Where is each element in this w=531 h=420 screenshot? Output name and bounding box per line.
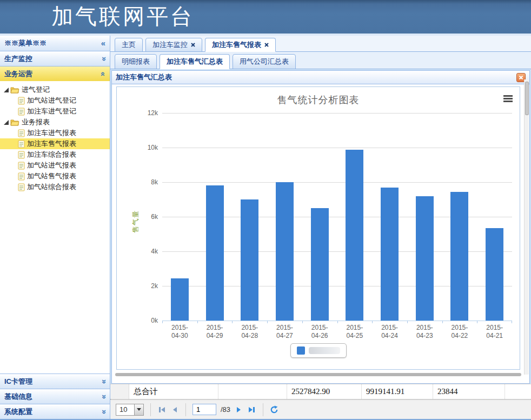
- y-tick-label: 10k: [148, 144, 158, 151]
- section-basic-info[interactable]: 基础信息 «: [0, 389, 110, 404]
- y-tick-label: 4k: [151, 248, 158, 255]
- gridline: [162, 148, 512, 148]
- close-icon[interactable]: [264, 43, 269, 47]
- summary-amount: 2527842.90: [287, 384, 362, 399]
- menu-header[interactable]: ※※菜单※※ «: [0, 36, 110, 51]
- bar-2015-04-24[interactable]: [381, 188, 399, 321]
- legend-swatch: [297, 346, 305, 355]
- tree-leaf-station-composite-report[interactable]: 加气站综合报表: [0, 182, 110, 192]
- summary-count: 23844: [433, 384, 505, 399]
- document-icon: [18, 129, 25, 137]
- document-icon: [18, 151, 25, 159]
- document-icon: [18, 183, 25, 191]
- x-category-label: 2015-04-28: [232, 324, 267, 340]
- tree-leaf-truck-intake-reg[interactable]: 加注车进气登记: [0, 106, 110, 117]
- gridline: [162, 113, 512, 114]
- y-tick-label: 0k: [151, 317, 158, 324]
- y-axis-labels: 0k2k4k6k8k10k12k: [117, 113, 158, 321]
- document-icon: [18, 97, 25, 105]
- tree-expander-icon[interactable]: [4, 120, 9, 125]
- page-size-select[interactable]: 10: [116, 404, 144, 416]
- next-page-button[interactable]: [235, 405, 243, 414]
- bar-2015-04-23[interactable]: [416, 196, 434, 321]
- tab-strip-top: 主页 加注车监控 加注车售气报表: [110, 36, 531, 52]
- tree-leaf-station-sales-report[interactable]: 加气站售气报表: [0, 171, 110, 182]
- bar-2015-04-25[interactable]: [346, 150, 363, 321]
- bar-2015-04-21[interactable]: [486, 228, 503, 321]
- main-area: 主页 加注车监控 加注车售气报表 明细报表 加注车售气汇总表 用气公司汇总表: [110, 36, 531, 419]
- summary-panel: 加注车售气汇总表 售气统计分析图表 售气量 0k2k4k6k8k10k12k 2…: [111, 70, 530, 384]
- app-title: 加气联网平台: [51, 0, 194, 32]
- tree-expander-icon[interactable]: [4, 88, 9, 92]
- x-category-label: 2015-04-25: [337, 324, 373, 340]
- x-tick: [372, 321, 373, 323]
- x-category-label: 2015-04-23: [407, 324, 442, 340]
- section-production-monitor[interactable]: 生产监控 «: [0, 51, 110, 66]
- tab-truck-sales-summary[interactable]: 加注车售气汇总表: [160, 54, 230, 69]
- collapse-left-icon[interactable]: «: [101, 39, 105, 47]
- chevron-double-down-icon[interactable]: «: [99, 56, 107, 61]
- x-tick: [162, 321, 163, 323]
- x-category-label: 2015-04-30: [162, 324, 197, 340]
- gridline: [162, 182, 512, 183]
- x-category-label: 2015-04-26: [302, 324, 337, 340]
- panel-title: 加注车售气汇总表: [116, 72, 516, 82]
- chevron-double-down-icon[interactable]: «: [99, 409, 107, 414]
- tree-leaf-truck-intake-report[interactable]: 加注车进气报表: [0, 128, 110, 138]
- x-tick: [442, 321, 443, 323]
- x-tick: [477, 321, 477, 323]
- tree-leaf-station-intake-report[interactable]: 加气站进气报表: [0, 160, 110, 171]
- tab-home[interactable]: 主页: [115, 38, 143, 52]
- tab-truck-sales-report[interactable]: 加注车售气报表: [205, 38, 276, 52]
- chevron-double-down-icon[interactable]: «: [99, 379, 107, 383]
- x-tick: [302, 321, 303, 323]
- x-category-label: 2015-04-24: [372, 324, 407, 340]
- chart-menu-icon[interactable]: [503, 95, 513, 103]
- summary-label: 总合计: [129, 384, 218, 399]
- section-business-operation[interactable]: 业务运营 «: [0, 66, 110, 81]
- scrollbar-thumb[interactable]: [525, 82, 529, 115]
- close-icon[interactable]: [191, 43, 195, 47]
- tab-truck-monitor[interactable]: 加注车监控: [145, 38, 202, 52]
- refresh-button[interactable]: [270, 405, 278, 414]
- panel-body: 售气统计分析图表 售气量 0k2k4k6k8k10k12k 2015-04-30…: [112, 85, 523, 383]
- tree-folder-intake-registration[interactable]: 进气登记: [0, 84, 110, 95]
- summary-volume: 9919141.91: [362, 384, 433, 399]
- y-tick-label: 8k: [151, 178, 158, 186]
- x-category-label: 2015-04-27: [267, 324, 302, 340]
- chart-legend[interactable]: [290, 343, 347, 358]
- tree-leaf-station-intake-reg[interactable]: 加气站进气登记: [0, 95, 110, 106]
- pagination-toolbar: 10 /83: [110, 399, 531, 419]
- tab-detail-report[interactable]: 明细报表: [115, 54, 157, 69]
- bar-2015-04-28[interactable]: [241, 199, 258, 321]
- last-page-button[interactable]: [248, 405, 256, 414]
- bar-2015-04-22[interactable]: [450, 192, 468, 321]
- tree-leaf-truck-composite-report[interactable]: 加注车综合报表: [0, 149, 110, 160]
- previous-page-button[interactable]: [170, 405, 179, 414]
- x-tick: [232, 321, 233, 323]
- menu-title: ※※菜单※※: [4, 38, 101, 48]
- summary-empty-cell: [505, 384, 531, 399]
- summary-row: 总合计 2527842.90 9919141.91 23844: [110, 384, 531, 399]
- section-system-config[interactable]: 系统配置 «: [0, 404, 110, 419]
- bar-2015-04-29[interactable]: [206, 185, 224, 321]
- bar-2015-04-26[interactable]: [311, 208, 329, 321]
- tab-gas-company-summary[interactable]: 用气公司汇总表: [233, 54, 296, 69]
- document-icon: [18, 162, 25, 170]
- tree-folder-business-reports[interactable]: 业务报表: [0, 117, 110, 128]
- bar-2015-04-30[interactable]: [171, 278, 189, 321]
- vertical-scrollbar[interactable]: [524, 79, 529, 375]
- first-page-button[interactable]: [157, 405, 166, 414]
- tree-leaf-truck-sales-report[interactable]: 加注车售气报表: [0, 138, 110, 149]
- page-number-input[interactable]: [193, 404, 216, 415]
- chevron-double-up-icon[interactable]: «: [99, 71, 107, 76]
- bar-2015-04-27[interactable]: [276, 182, 294, 321]
- select-dropdown-icon[interactable]: [134, 404, 143, 415]
- section-ic-card-management[interactable]: IC卡管理 «: [0, 374, 110, 389]
- folder-open-icon: [10, 118, 19, 126]
- sidebar: ※※菜单※※ « 生产监控 « 业务运营 « 进气登记: [0, 36, 110, 419]
- horizontal-scrollbar[interactable]: [115, 373, 521, 376]
- x-category-label: 2015-04-29: [197, 324, 233, 340]
- chevron-double-down-icon[interactable]: «: [99, 394, 107, 398]
- x-tick: [267, 321, 268, 323]
